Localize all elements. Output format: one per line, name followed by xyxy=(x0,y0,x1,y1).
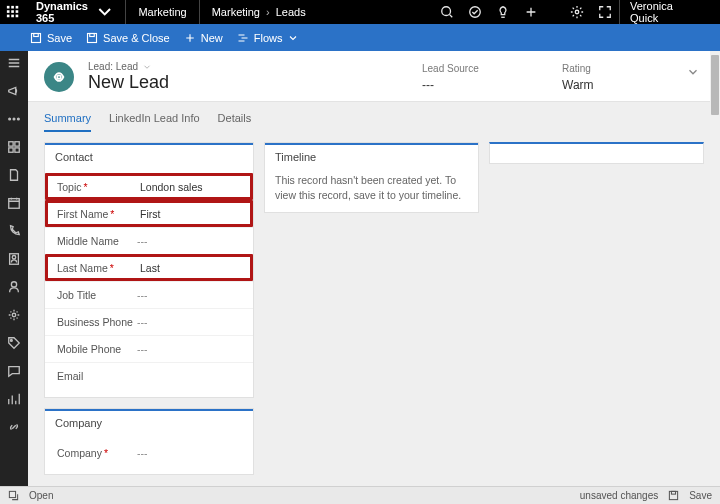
svg-point-17 xyxy=(9,118,11,120)
rail-document-icon[interactable] xyxy=(6,167,22,183)
chevron-right-icon: › xyxy=(266,6,270,18)
brand-label: Dynamics 365 xyxy=(36,0,88,24)
record-title: New Lead xyxy=(88,72,169,93)
rail-chat-icon[interactable] xyxy=(6,363,22,379)
rail-contacts-icon[interactable] xyxy=(6,251,22,267)
field-lastname[interactable]: Last Name* Last xyxy=(45,254,253,281)
col-left: Contact Topic* London sales First Name* … xyxy=(44,142,254,476)
status-bar: Open unsaved changes Save xyxy=(0,486,720,504)
rail-megaphone-icon[interactable] xyxy=(6,83,22,99)
svg-rect-4 xyxy=(11,10,14,13)
svg-rect-13 xyxy=(32,33,41,42)
main-area: Lead: Lead New Lead Lead Source --- Rati… xyxy=(28,51,720,486)
save-button[interactable]: Save xyxy=(30,32,72,44)
svg-point-9 xyxy=(442,7,451,16)
footer-save[interactable]: Save xyxy=(689,490,712,501)
rail-menu-icon[interactable] xyxy=(6,55,22,71)
save-close-button[interactable]: Save & Close xyxy=(86,32,170,44)
chevron-down-icon xyxy=(287,32,299,44)
record-icon xyxy=(44,62,74,92)
header-fields: Lead Source --- Rating Warm xyxy=(422,63,672,92)
rail-person-icon[interactable] xyxy=(6,279,22,295)
save-icon[interactable] xyxy=(668,490,679,501)
breadcrumb-2[interactable]: Leads xyxy=(276,6,306,18)
svg-rect-16 xyxy=(90,33,95,36)
svg-point-26 xyxy=(12,256,16,260)
rail-tag-icon[interactable] xyxy=(6,335,22,351)
search-icon[interactable] xyxy=(433,0,461,24)
svg-rect-21 xyxy=(15,142,19,146)
timeline-message: This record hasn't been created yet. To … xyxy=(265,169,478,212)
app-name[interactable]: Marketing xyxy=(126,0,199,24)
task-icon[interactable] xyxy=(461,0,489,24)
header-leadsource: Lead Source --- xyxy=(422,63,502,92)
svg-rect-15 xyxy=(88,33,97,42)
plus-icon[interactable] xyxy=(517,0,545,24)
tab-details[interactable]: Details xyxy=(218,112,252,132)
rail-phone-icon[interactable] xyxy=(6,223,22,239)
field-middlename[interactable]: Middle Name --- xyxy=(45,227,253,254)
expand-icon[interactable] xyxy=(591,0,619,24)
tab-linkedin[interactable]: LinkedIn Lead Info xyxy=(109,112,200,132)
footer-unsaved: unsaved changes xyxy=(580,490,658,501)
spacer xyxy=(545,0,563,24)
scrollbar[interactable] xyxy=(710,51,720,486)
rail-chart-icon[interactable] xyxy=(6,391,22,407)
breadcrumb-1[interactable]: Marketing xyxy=(212,6,260,18)
svg-point-30 xyxy=(57,75,61,79)
user-menu[interactable]: Veronica Quick xyxy=(619,0,720,24)
app-launcher-icon[interactable] xyxy=(0,0,26,24)
contact-card-title: Contact xyxy=(45,143,253,169)
scroll-thumb[interactable] xyxy=(711,55,719,115)
svg-rect-22 xyxy=(9,148,13,152)
brand-dropdown[interactable]: Dynamics 365 xyxy=(26,0,126,24)
header-expand[interactable] xyxy=(686,65,704,82)
top-right-icons: Veronica Quick xyxy=(433,0,720,24)
company-card-title: Company xyxy=(45,409,253,435)
svg-rect-3 xyxy=(7,10,10,13)
popout-icon[interactable] xyxy=(8,490,19,501)
svg-rect-1 xyxy=(11,6,14,9)
left-rail xyxy=(0,51,28,486)
new-button[interactable]: New xyxy=(184,32,223,44)
global-nav: Dynamics 365 Marketing Marketing › Leads… xyxy=(0,0,720,24)
rail-settings-icon[interactable] xyxy=(6,307,22,323)
entity-selector[interactable]: Lead: Lead xyxy=(88,61,169,72)
field-mobile-phone[interactable]: Mobile Phone --- xyxy=(45,335,253,362)
contact-card: Contact Topic* London sales First Name* … xyxy=(44,142,254,398)
user-name: Veronica Quick xyxy=(630,0,673,24)
svg-point-19 xyxy=(18,118,20,120)
gear-icon[interactable] xyxy=(563,0,591,24)
rail-dashboard-icon[interactable] xyxy=(6,139,22,155)
rail-link-icon[interactable] xyxy=(6,419,22,435)
col-right xyxy=(489,142,704,476)
form-tabs: Summary LinkedIn Lead Info Details xyxy=(28,102,720,132)
svg-rect-8 xyxy=(16,15,19,18)
svg-point-11 xyxy=(575,10,579,14)
svg-rect-7 xyxy=(11,15,14,18)
field-business-phone[interactable]: Business Phone --- xyxy=(45,308,253,335)
footer-open[interactable]: Open xyxy=(29,490,53,501)
company-card: Company Company* --- xyxy=(44,408,254,475)
field-topic[interactable]: Topic* London sales xyxy=(45,173,253,200)
record-titles: Lead: Lead New Lead xyxy=(88,61,169,93)
flows-button[interactable]: Flows xyxy=(237,32,300,44)
svg-point-28 xyxy=(12,313,16,317)
rail-more-icon[interactable] xyxy=(6,111,22,127)
svg-point-27 xyxy=(11,282,16,287)
field-firstname[interactable]: First Name* First xyxy=(45,200,253,227)
lightbulb-icon[interactable] xyxy=(489,0,517,24)
timeline-card: Timeline This record hasn't been created… xyxy=(264,142,479,213)
svg-rect-5 xyxy=(16,10,19,13)
field-company[interactable]: Company* --- xyxy=(45,439,253,466)
chevron-down-icon xyxy=(142,62,152,72)
app-root: Dynamics 365 Marketing Marketing › Leads… xyxy=(0,0,720,504)
timeline-card-title: Timeline xyxy=(265,143,478,169)
rail-calendar-icon[interactable] xyxy=(6,195,22,211)
breadcrumb: Marketing › Leads xyxy=(200,0,318,24)
tab-summary[interactable]: Summary xyxy=(44,112,91,132)
svg-rect-31 xyxy=(9,491,15,497)
field-jobtitle[interactable]: Job Title --- xyxy=(45,281,253,308)
header-rating: Rating Warm xyxy=(562,63,642,92)
field-email[interactable]: Email xyxy=(45,362,253,389)
